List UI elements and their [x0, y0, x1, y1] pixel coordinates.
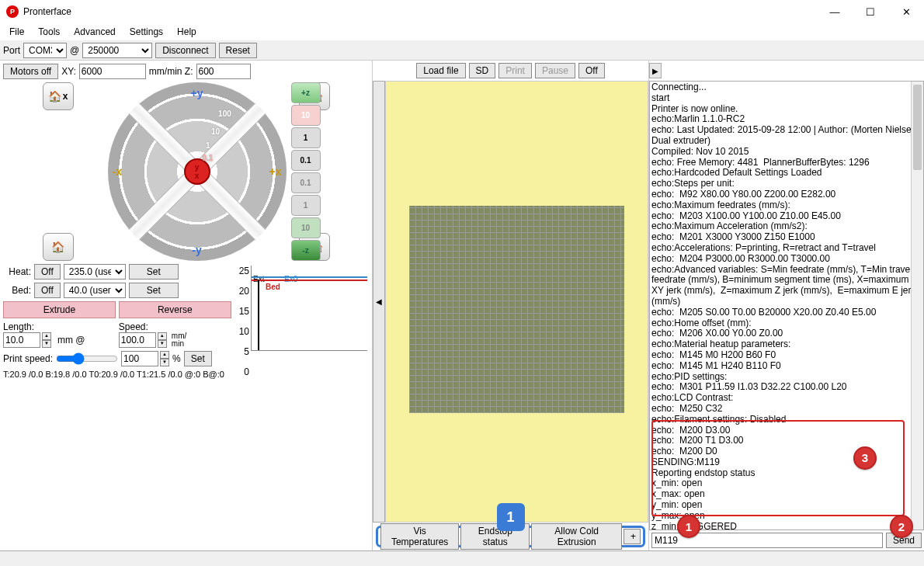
heat-set-button[interactable]: Set	[129, 264, 179, 280]
extrude-button[interactable]: Extrude	[3, 301, 116, 318]
console-line: echo: M200 T1 D3.00	[651, 436, 922, 446]
menu-file[interactable]: File	[3, 25, 30, 39]
x-minus-label[interactable]: -x	[113, 165, 122, 178]
heat-temp-select[interactable]: 235.0 (user)	[64, 264, 126, 280]
off-button[interactable]: Off	[578, 63, 605, 78]
print-button[interactable]: Print	[498, 63, 532, 78]
home-all-button[interactable]: 🏠	[43, 233, 74, 261]
console-scrollbar[interactable]	[911, 82, 923, 530]
y-minus-label[interactable]: -y	[192, 244, 201, 256]
sd-button[interactable]: SD	[469, 63, 496, 78]
bed-set-button[interactable]: Set	[129, 283, 179, 298]
xy-speed-input[interactable]	[79, 64, 146, 79]
length-input[interactable]	[3, 332, 40, 348]
console-line: y_min: open	[651, 500, 922, 511]
heat-off-button[interactable]: Off	[34, 264, 61, 280]
y-plus-label[interactable]: +y	[191, 87, 203, 99]
console-line: Connecting...	[651, 82, 922, 93]
z-step-01b[interactable]: 0.1	[291, 172, 321, 193]
speed-down[interactable]: ▼	[158, 340, 167, 348]
xy-label: XY:	[61, 66, 76, 77]
bed-temp-select[interactable]: 40.0 (user)	[64, 283, 126, 298]
jog-control: 🏠x z🏠 🏠 y🏠 yx +y -y +x -x 100 10 1 0.1 +…	[43, 82, 330, 261]
scrollbar-thumb[interactable]	[913, 85, 922, 170]
window-title: Pronterface	[23, 6, 71, 17]
ps-up[interactable]: ▲	[160, 351, 169, 359]
motors-off-button[interactable]: Motors off	[3, 64, 58, 79]
reverse-button[interactable]: Reverse	[119, 301, 231, 318]
ps-down[interactable]: ▼	[160, 359, 169, 366]
length-down[interactable]: ▼	[42, 340, 51, 348]
z-step-01[interactable]: 0.1	[291, 150, 321, 171]
printspeed-input[interactable]	[121, 351, 158, 366]
disconnect-button[interactable]: Disconnect	[155, 43, 215, 58]
length-label: Length:	[3, 321, 116, 332]
home-x-button[interactable]: 🏠x	[43, 82, 74, 110]
x-plus-label[interactable]: +x	[269, 165, 282, 178]
console-line: echo:LCD Contrast:	[651, 393, 922, 404]
z-step-1b[interactable]: 1	[291, 195, 321, 216]
bed-off-button[interactable]: Off	[34, 283, 61, 298]
console-line: echo:Home offset (mm):	[651, 318, 922, 329]
xy-home-center[interactable]: yx	[184, 158, 210, 185]
close-button[interactable]: ✕	[888, 0, 924, 23]
speed-input[interactable]	[119, 332, 156, 348]
console-line: echo: M200 D3.00	[651, 425, 922, 436]
console-line: echo: M206 X0.00 Y0.00 Z0.00	[651, 328, 922, 339]
statusbar	[0, 550, 924, 566]
console-line: echo:PID settings:	[651, 372, 922, 383]
preview-left-collapse[interactable]: ◀	[373, 81, 385, 523]
z-jog-column: +z 10 1 0.1 0.1 1 10 -z	[291, 82, 321, 261]
console-line: Printer is now online.	[651, 104, 922, 115]
console-line: echo: Free Memory: 4481 PlannerBufferByt…	[651, 158, 922, 168]
at-label: @	[70, 45, 79, 56]
connection-toolbar: Port COM3 @ 250000 Disconnect Reset	[0, 40, 924, 61]
z-step-10[interactable]: 10	[291, 105, 321, 126]
menu-settings[interactable]: Settings	[123, 25, 169, 39]
app-icon: P	[6, 5, 19, 18]
vis-temperatures-button[interactable]: Vis Temperatures	[380, 523, 459, 550]
console-line: echo:Advanced variables: S=Min feedrate …	[651, 265, 922, 307]
home-icon: 🏠	[48, 90, 61, 102]
z-minus-button[interactable]: -z	[291, 240, 321, 261]
temperature-status: T:20.9 /0.0 B:19.8 /0.0 T0:20.9 /0.0 T1:…	[3, 370, 231, 379]
z-plus-button[interactable]: +z	[291, 82, 321, 103]
maximize-button[interactable]: ☐	[853, 0, 888, 23]
speed-up[interactable]: ▲	[158, 332, 167, 340]
preview-right-collapse[interactable]: ▶	[649, 63, 662, 78]
z-step-1[interactable]: 1	[291, 127, 321, 148]
console-line: SENDING:M119	[651, 457, 922, 468]
annotation-badge-2: 2	[890, 515, 913, 538]
mmmin-z-label: mm/min Z:	[149, 66, 193, 77]
console-line: echo:Accelerations: P=printing, R=retrac…	[651, 243, 922, 254]
build-plate-grid	[409, 206, 624, 413]
menu-advanced[interactable]: Advanced	[68, 25, 121, 39]
port-select[interactable]: COM3	[23, 43, 67, 58]
z-step-10b[interactable]: 10	[291, 217, 321, 238]
minimize-button[interactable]: —	[817, 0, 853, 23]
pause-button[interactable]: Pause	[535, 63, 575, 78]
printspeed-set-button[interactable]: Set	[184, 351, 212, 366]
console-output[interactable]: Connecting...startPrinter is now online.…	[649, 81, 924, 530]
custom-buttons-bar: 1 Vis Temperatures Endstop status Allow …	[376, 526, 645, 547]
z-speed-input[interactable]	[196, 64, 251, 79]
add-custom-button[interactable]: +	[624, 529, 641, 544]
gcode-preview[interactable]	[385, 81, 648, 523]
allow-cold-extrusion-button[interactable]: Allow Cold Extrusion	[531, 523, 622, 550]
length-up[interactable]: ▲	[42, 332, 51, 340]
heat-label: Heat:	[3, 266, 31, 277]
baud-select[interactable]: 250000	[82, 43, 152, 58]
console-line: echo: Last Updated: 2015-09-28 12:00 | A…	[651, 125, 922, 147]
console-line: echo:Marlin 1.1.0-RC2	[651, 114, 922, 125]
reset-button[interactable]: Reset	[219, 43, 257, 58]
console-line: echo:Maximum feedrates (mm/s):	[651, 200, 922, 211]
console-line: echo:Maximum Acceleration (mm/s2):	[651, 221, 922, 232]
load-file-button[interactable]: Load file	[416, 63, 465, 78]
menu-help[interactable]: Help	[171, 25, 203, 39]
xy-jog-dial[interactable]: yx +y -y +x -x 100 10 1 0.1	[108, 82, 287, 261]
printspeed-slider[interactable]	[56, 352, 118, 365]
console-line: x_min: open	[651, 478, 922, 489]
console-line: echo: M200 D0	[651, 446, 922, 457]
menu-tools[interactable]: Tools	[32, 25, 66, 39]
console-line: echo: M203 X100.00 Y100.00 Z10.00 E45.00	[651, 211, 922, 222]
